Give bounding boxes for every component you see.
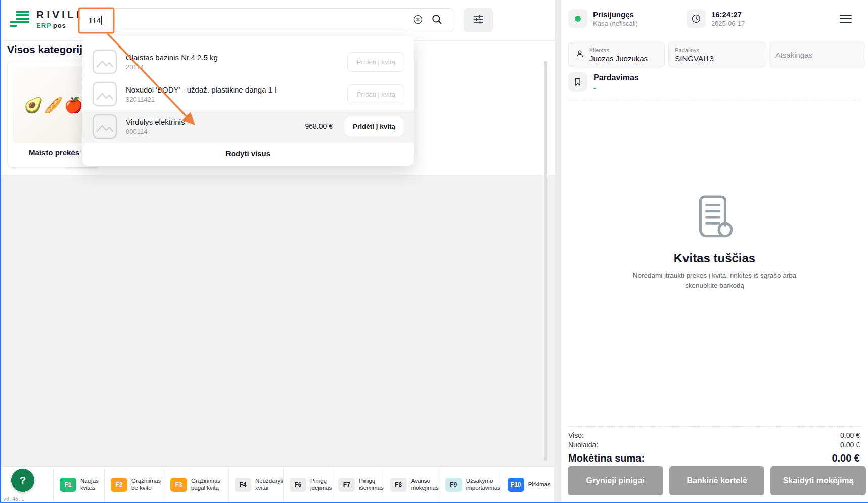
search-input[interactable]: 114 <box>79 8 453 32</box>
mode-title: Pardavimas <box>593 73 639 82</box>
f1-key-badge: F1 <box>60 478 76 492</box>
payment-buttons: Grynieji pinigai Bankinė kortelė Skaidyt… <box>568 466 866 495</box>
empty-receipt-subtitle: Norėdami įtraukti prekes į kvitą, rinkit… <box>631 270 798 290</box>
client-value: Juozas Juozukas <box>589 54 648 63</box>
discount-label: Nuolaida: <box>568 440 598 450</box>
client-card[interactable]: Klientas Juozas Juozukas <box>568 42 665 67</box>
fkey-f7-cash-out[interactable]: F7 Pinigų išėmimas <box>332 467 384 503</box>
total-label: Viso: <box>568 431 584 440</box>
filter-button[interactable] <box>464 8 493 32</box>
rivile-logo: RIVILE ERPpos <box>9 9 86 30</box>
bookmark-icon <box>568 72 587 92</box>
receipt-panel: Prisijungęs Kasa (nefiscall) 16:24:27 20… <box>561 0 868 503</box>
current-time: 16:24:27 <box>711 10 745 19</box>
total-value: 0.00 € <box>840 431 860 440</box>
f8-key-badge: F8 <box>390 478 407 492</box>
search-value: 114 <box>88 16 101 25</box>
menu-icon[interactable] <box>840 15 852 23</box>
fkey-f3-return-by-receipt[interactable]: F3 Grąžinimas pagal kvitą <box>164 467 229 503</box>
responsible-label: Atsakingas <box>775 51 812 59</box>
clock-icon <box>687 9 706 28</box>
f2-key-badge: F2 <box>111 478 127 492</box>
f4-key-badge: F4 <box>235 478 251 492</box>
capture-edge <box>0 0 1 503</box>
show-all-results-link[interactable]: Rodyti visus <box>82 143 414 164</box>
receipt-icon <box>693 194 737 241</box>
branch-label: Padalinys <box>675 47 713 53</box>
payable-value: 0.00 € <box>832 451 860 465</box>
connection-status: Prisijungęs Kasa (nefiscall) <box>568 9 638 28</box>
rivile-logo-icon <box>9 9 31 30</box>
product-name: Glaistas bazinis Nr.4 2.5 kg <box>126 53 328 62</box>
main-area: Visos kategorijos 🥑🥖🍎 Maisto prekės RIVI… <box>0 0 555 503</box>
fkey-f9-order-import[interactable]: F9 Užsakymo importavimas <box>439 467 501 503</box>
card-payment-button[interactable]: Bankinė kortelė <box>669 466 765 495</box>
status-title: Prisijungęs <box>593 10 638 19</box>
f3-key-badge: F3 <box>170 478 187 492</box>
status-dot-icon <box>568 9 587 28</box>
payable-label: Mokėtina suma: <box>568 451 645 465</box>
product-code: 000114 <box>126 128 297 135</box>
product-price: 968.00 € <box>305 122 333 130</box>
discount-value: 0.00 € <box>840 440 860 450</box>
search-results-dropdown: Glaistas bazinis Nr.4 2.5 kg 20114 Pridė… <box>82 36 414 166</box>
add-to-receipt-button[interactable]: Pridėti į kvitą <box>344 117 404 136</box>
totals-block: Viso: 0.00 € Nuolaida: 0.00 € Mokėtina s… <box>568 431 860 465</box>
current-date: 2025-06-17 <box>711 20 745 27</box>
empty-receipt-state: Kvitas tuščias Norėdami įtraukti prekes … <box>561 194 868 290</box>
product-code: 32011421 <box>126 96 328 103</box>
image-placeholder-icon <box>92 49 118 75</box>
product-code: 20114 <box>126 63 328 71</box>
search-result-row[interactable]: Noxudol 'BODY' - uždaž. plastikinė danga… <box>82 78 414 110</box>
fkey-f2-return-no-receipt[interactable]: F2 Grąžinimas be kvito <box>105 467 164 503</box>
add-to-receipt-button[interactable]: Pridėti į kvitą <box>347 84 404 104</box>
f10-key-badge: F10 <box>508 478 524 492</box>
branch-card[interactable]: Padalinys SINGVAI13 <box>668 42 765 67</box>
fkey-f1-new-receipt[interactable]: F1 Naujas kvitas <box>54 467 105 503</box>
split-payment-button[interactable]: Skaidyti mokėjimą <box>770 466 866 495</box>
text-caret <box>101 16 102 25</box>
person-icon <box>575 49 585 61</box>
clock-block: 16:24:27 2025-06-17 <box>687 9 745 28</box>
image-placeholder-icon <box>92 81 118 107</box>
help-cell: ? v0.46.1 <box>0 467 54 503</box>
product-name: Virdulys elektrinis <box>126 118 297 126</box>
branch-value: SINGVAI13 <box>675 54 713 63</box>
f6-key-badge: F6 <box>290 478 306 492</box>
categories-title: Visos kategorijos <box>7 43 95 56</box>
panel-divider <box>555 0 561 503</box>
function-key-bar: ? v0.46.1 F1 Naujas kvitas F2 Grąžinimas… <box>0 466 555 503</box>
mode-value: - <box>593 84 639 92</box>
f9-key-badge: F9 <box>445 478 462 492</box>
image-placeholder-icon <box>92 113 118 140</box>
f7-key-badge: F7 <box>338 478 355 492</box>
divider <box>568 426 861 427</box>
client-label: Klientas <box>589 47 648 53</box>
add-to-receipt-button[interactable]: Pridėti į kvitą <box>347 52 404 72</box>
fkey-f8-advance-payment[interactable]: F8 Avanso mokėjimas <box>384 467 439 503</box>
vertical-scrollbar[interactable] <box>544 61 547 461</box>
divider <box>568 101 861 101</box>
fkey-f10-purchase[interactable]: F10 Pirkimas <box>501 467 555 503</box>
product-name: Noxudol 'BODY' - uždaž. plastikinė danga… <box>126 85 328 94</box>
search-result-row[interactable]: Glaistas bazinis Nr.4 2.5 kg 20114 Pridė… <box>82 45 414 78</box>
search-result-row-highlighted[interactable]: Virdulys elektrinis 000114 968.00 € Prid… <box>82 110 414 143</box>
fkey-f4-open-receipts[interactable]: F4 Neuždaryti kvitai <box>229 467 284 503</box>
app-version: v0.46.1 <box>3 496 24 502</box>
clear-search-icon[interactable] <box>413 14 423 27</box>
receipt-mode: Pardavimas - <box>568 72 639 92</box>
cash-payment-button[interactable]: Grynieji pinigai <box>568 466 663 495</box>
status-subtitle: Kasa (nefiscall) <box>593 20 638 27</box>
empty-receipt-title: Kvitas tuščias <box>561 251 868 265</box>
responsible-card[interactable]: Atsakingas <box>769 42 865 67</box>
fkey-f6-cash-in[interactable]: F6 Pinigų įdėjimas <box>284 467 332 503</box>
search-icon[interactable] <box>431 14 443 27</box>
help-button[interactable]: ? <box>11 469 34 492</box>
sliders-icon <box>472 13 484 27</box>
